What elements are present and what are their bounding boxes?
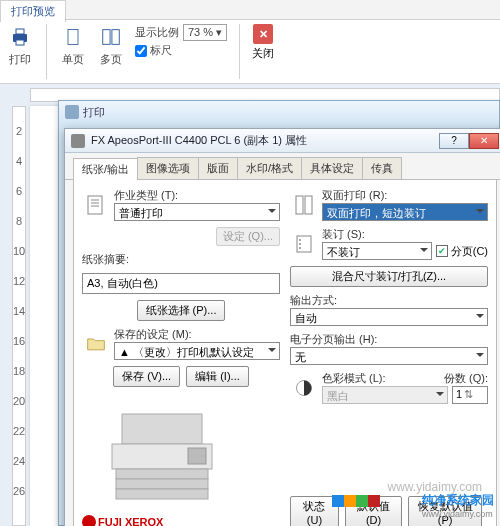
binding-label: 装订 (S): — [322, 227, 488, 242]
svg-rect-14 — [116, 489, 208, 499]
multi-page-button[interactable]: 多页 — [97, 24, 125, 67]
jobtype-settings-button: 设定 (Q)... — [216, 227, 280, 246]
copies-spinner[interactable]: 1 — [452, 386, 488, 404]
ruler-vertical: 2468101214161820222426 — [12, 106, 26, 526]
ruler-checkbox[interactable]: 标尺 — [135, 43, 227, 58]
output-method-select[interactable]: 自动 — [290, 308, 488, 326]
collate-checkbox[interactable]: ✔ 分页(C) — [436, 244, 488, 259]
ribbon: 打印 单页 多页 显示比例 73 % ▾ 标尺 ✕ 关闭 — [0, 20, 500, 84]
duplex-icon — [290, 191, 318, 219]
tab-image-options[interactable]: 图像选项 — [137, 157, 199, 179]
svg-rect-10 — [122, 414, 202, 444]
close-label: 关闭 — [252, 46, 274, 61]
saved-settings-select[interactable]: ▲ 〈更改〉打印机默认设定 — [114, 342, 280, 360]
tab-layout[interactable]: 版面 — [198, 157, 238, 179]
svg-rect-13 — [116, 479, 208, 489]
zoom-value: 73 % — [188, 26, 213, 38]
tab-watermark[interactable]: 水印/格式 — [237, 157, 302, 179]
svg-rect-3 — [68, 30, 78, 45]
svg-point-21 — [299, 247, 301, 249]
printer-icon — [6, 24, 34, 50]
paper-summary-label: 纸张摘要: — [82, 252, 280, 267]
right-column: 双面打印 (R): 双面打印，短边装订 装订 (S): 不装订 ✔ — [290, 188, 488, 526]
watermark-brand: 纯净系统家园 www.yidaimy.com — [422, 492, 494, 519]
single-page-label: 单页 — [62, 52, 84, 67]
svg-rect-5 — [112, 30, 119, 45]
print-window-title: 打印 — [83, 105, 105, 120]
svg-rect-1 — [16, 29, 24, 34]
collate-checkbox-box: ✔ — [436, 245, 448, 257]
dialog-titlebar[interactable]: FX ApeosPort-III C4400 PCL 6 (副本 1) 属性 ?… — [65, 129, 500, 153]
saved-settings-icon — [82, 330, 110, 358]
print-window-titlebar: 打印 — [59, 101, 499, 123]
watermark-brand-url: www.yidaimy.com — [422, 509, 494, 519]
duplex-label: 双面打印 (R): — [322, 188, 488, 203]
ribbon-tab-bar: 打印预览 — [0, 0, 500, 20]
multi-page-icon — [97, 24, 125, 50]
printer-driver-icon — [71, 134, 85, 148]
close-icon: ✕ — [253, 24, 273, 44]
svg-rect-12 — [116, 469, 208, 479]
brand-logo: FUJI XEROX — [82, 515, 280, 526]
svg-rect-6 — [88, 196, 102, 214]
zoom-label: 显示比例 — [135, 25, 179, 40]
colormode-select: 黑白 — [322, 386, 448, 404]
svg-point-19 — [299, 239, 301, 241]
svg-rect-17 — [305, 196, 312, 214]
tab-fax[interactable]: 传真 — [362, 157, 402, 179]
colormode-label: 色彩模式 (L): — [322, 371, 440, 386]
saved-settings-value: 〈更改〉打印机默认设定 — [133, 346, 254, 358]
jobtype-label: 作业类型 (T): — [114, 188, 280, 203]
mixed-size-button[interactable]: 混合尺寸装订/打孔(Z)... — [290, 266, 488, 287]
jobtype-select[interactable]: 普通打印 — [114, 203, 280, 221]
tab-paper-output[interactable]: 纸张/输出 — [73, 158, 138, 180]
print-window-icon — [65, 105, 79, 119]
tab-detailed[interactable]: 具体设定 — [301, 157, 363, 179]
svg-rect-2 — [16, 40, 24, 45]
print-label: 打印 — [9, 52, 31, 67]
copies-label: 份数 (Q): — [444, 371, 488, 386]
binding-icon — [290, 230, 318, 258]
duplex-select[interactable]: 双面打印，短边装订 — [322, 203, 488, 221]
ribbon-tab-printpreview[interactable]: 打印预览 — [0, 0, 66, 22]
zoom-combo[interactable]: 73 % ▾ — [183, 24, 227, 41]
print-button[interactable]: 打印 — [6, 24, 34, 67]
ecollate-select[interactable]: 无 — [290, 347, 488, 365]
svg-rect-15 — [188, 448, 206, 464]
svg-rect-16 — [296, 196, 303, 214]
single-page-icon — [59, 24, 87, 50]
ruler-checkbox-label: 标尺 — [150, 43, 172, 58]
colormode-icon — [290, 374, 318, 402]
jobtype-icon — [82, 191, 110, 219]
output-method-label: 输出方式: — [290, 293, 488, 308]
paper-select-button[interactable]: 纸张选择 (P)... — [137, 300, 226, 321]
brand-text: FUJI XEROX — [98, 516, 163, 526]
dialog-body: 作业类型 (T): 普通打印 设定 (Q)... 纸张摘要: A3, 自动(白色… — [73, 180, 497, 526]
logo-color-squares — [332, 495, 380, 507]
ruler-checkbox-input[interactable] — [135, 45, 147, 57]
printer-image — [82, 399, 242, 509]
watermark-brand-text: 纯净系统家园 — [422, 492, 494, 509]
svg-point-20 — [299, 243, 301, 245]
separator — [239, 24, 240, 79]
collate-checkbox-label: 分页(C) — [451, 244, 488, 259]
printer-properties-dialog: FX ApeosPort-III C4400 PCL 6 (副本 1) 属性 ?… — [64, 128, 500, 526]
svg-rect-4 — [103, 30, 110, 45]
binding-select[interactable]: 不装订 — [322, 242, 432, 260]
xerox-ball-icon — [82, 515, 96, 526]
help-button[interactable]: ? — [439, 133, 469, 149]
left-column: 作业类型 (T): 普通打印 设定 (Q)... 纸张摘要: A3, 自动(白色… — [82, 188, 280, 526]
dialog-title: FX ApeosPort-III C4400 PCL 6 (副本 1) 属性 — [91, 133, 433, 148]
close-preview-button[interactable]: ✕ 关闭 — [252, 24, 274, 61]
edit-button[interactable]: 编辑 (I)... — [186, 366, 249, 387]
ecollate-label: 电子分页输出 (H): — [290, 332, 488, 347]
saved-settings-label: 保存的设定 (M): — [114, 327, 280, 342]
paper-summary-field: A3, 自动(白色) — [82, 273, 280, 294]
document-area: 2468101214161820222426 打印 FX ApeosPort-I… — [0, 84, 500, 526]
dialog-tabs: 纸张/输出 图像选项 版面 水印/格式 具体设定 传真 — [65, 153, 500, 180]
close-button[interactable]: ✕ — [469, 133, 499, 149]
single-page-button[interactable]: 单页 — [59, 24, 87, 67]
separator — [46, 24, 47, 79]
save-button[interactable]: 保存 (V)... — [113, 366, 180, 387]
multi-page-label: 多页 — [100, 52, 122, 67]
